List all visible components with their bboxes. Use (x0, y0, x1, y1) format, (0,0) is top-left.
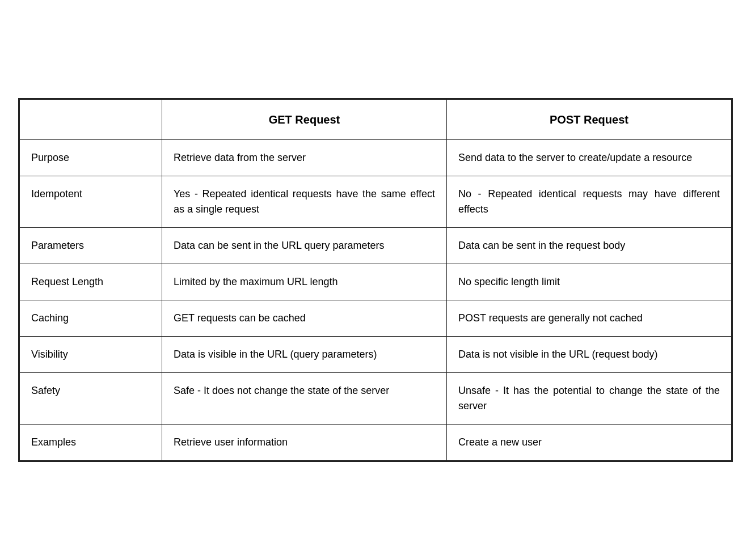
row-5-label: Visibility (20, 337, 162, 373)
table-header-row: GET Request POST Request (20, 100, 732, 140)
comparison-table-container: GET Request POST Request PurposeRetrieve… (18, 98, 733, 462)
row-1-get: Yes - Repeated identical requests have t… (162, 176, 447, 228)
table-row: PurposeRetrieve data from the serverSend… (20, 140, 732, 176)
row-6-post: Unsafe - It has the potential to change … (447, 373, 732, 425)
row-2-post: Data can be sent in the request body (447, 228, 732, 264)
row-6-label: Safety (20, 373, 162, 425)
row-0-post: Send data to the server to create/update… (447, 140, 732, 176)
row-3-label: Request Length (20, 264, 162, 300)
row-1-post: No - Repeated identical requests may hav… (447, 176, 732, 228)
row-1-label: Idempotent (20, 176, 162, 228)
get-post-comparison-table: GET Request POST Request PurposeRetrieve… (19, 99, 732, 461)
row-7-label: Examples (20, 425, 162, 461)
row-7-get: Retrieve user information (162, 425, 447, 461)
row-3-get: Limited by the maximum URL length (162, 264, 447, 300)
table-row: IdempotentYes - Repeated identical reque… (20, 176, 732, 228)
header-post-cell: POST Request (447, 100, 732, 140)
header-label-cell (20, 100, 162, 140)
row-5-post: Data is not visible in the URL (request … (447, 337, 732, 373)
row-7-post: Create a new user (447, 425, 732, 461)
row-0-label: Purpose (20, 140, 162, 176)
row-4-get: GET requests can be cached (162, 300, 447, 337)
row-0-get: Retrieve data from the server (162, 140, 447, 176)
table-row: ExamplesRetrieve user informationCreate … (20, 425, 732, 461)
row-5-get: Data is visible in the URL (query parame… (162, 337, 447, 373)
table-row: VisibilityData is visible in the URL (qu… (20, 337, 732, 373)
table-row: SafetySafe - It does not change the stat… (20, 373, 732, 425)
table-row: ParametersData can be sent in the URL qu… (20, 228, 732, 264)
row-6-get: Safe - It does not change the state of t… (162, 373, 447, 425)
row-3-post: No specific length limit (447, 264, 732, 300)
row-4-post: POST requests are generally not cached (447, 300, 732, 337)
row-2-label: Parameters (20, 228, 162, 264)
row-2-get: Data can be sent in the URL query parame… (162, 228, 447, 264)
table-row: CachingGET requests can be cachedPOST re… (20, 300, 732, 337)
table-row: Request LengthLimited by the maximum URL… (20, 264, 732, 300)
header-get-cell: GET Request (162, 100, 447, 140)
row-4-label: Caching (20, 300, 162, 337)
